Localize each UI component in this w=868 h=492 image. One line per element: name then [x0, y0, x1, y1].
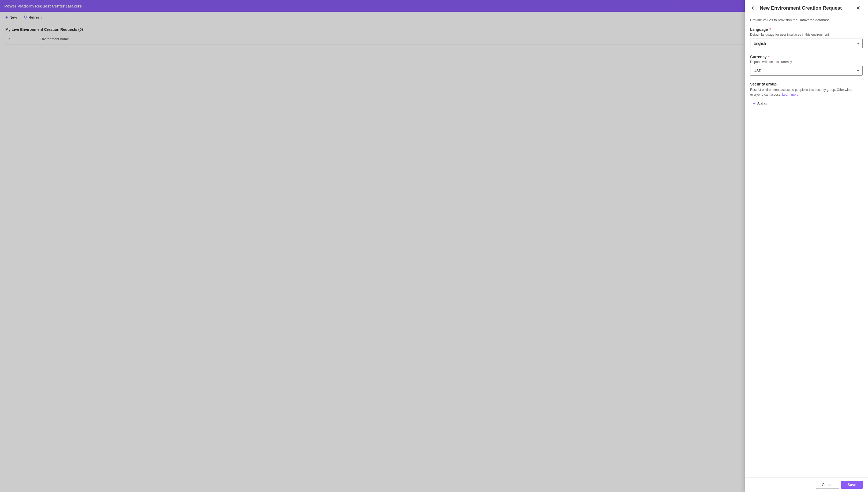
panel-close-button[interactable]: ✕	[854, 4, 863, 12]
cancel-button[interactable]: Cancel	[816, 481, 839, 489]
language-required: *	[768, 27, 771, 32]
save-button[interactable]: Save	[841, 481, 863, 489]
security-plus-icon: +	[753, 101, 756, 106]
panel-subtitle: Provide values to provision the Datavers…	[745, 15, 868, 22]
currency-field: Currency * Reports will use this currenc…	[750, 55, 863, 76]
currency-select-wrapper: USD EUR GBP JPY CAD	[750, 66, 863, 76]
currency-description: Reports will use this currency	[750, 60, 863, 64]
panel-overlay	[0, 0, 868, 492]
learn-more-link[interactable]: Learn more	[782, 93, 798, 96]
panel-title: New Environment Creation Request	[760, 5, 842, 11]
panel-back-button[interactable]	[750, 4, 757, 11]
security-group-select-button[interactable]: + Select	[750, 100, 770, 108]
panel-footer: Cancel Save	[745, 477, 868, 492]
panel: New Environment Creation Request ✕ Provi…	[745, 0, 868, 492]
language-description: Default language for user interfaces in …	[750, 33, 863, 36]
language-field: Language * Default language for user int…	[750, 27, 863, 48]
security-group-label: Security group	[750, 82, 863, 86]
security-group-description: Restrict environment access to people in…	[750, 88, 863, 97]
currency-required: *	[767, 55, 769, 59]
currency-label: Currency *	[750, 55, 863, 59]
security-select-label: Select	[757, 102, 768, 106]
panel-body: Language * Default language for user int…	[745, 22, 868, 477]
back-arrow-icon	[751, 6, 756, 10]
language-select[interactable]: English French German Spanish Japanese	[750, 39, 863, 48]
panel-header: New Environment Creation Request ✕	[745, 0, 868, 15]
currency-select[interactable]: USD EUR GBP JPY CAD	[750, 66, 863, 76]
panel-header-left: New Environment Creation Request	[750, 4, 842, 11]
language-label: Language *	[750, 27, 863, 32]
language-select-wrapper: English French German Spanish Japanese	[750, 39, 863, 48]
security-group-field: Security group Restrict environment acce…	[750, 82, 863, 108]
